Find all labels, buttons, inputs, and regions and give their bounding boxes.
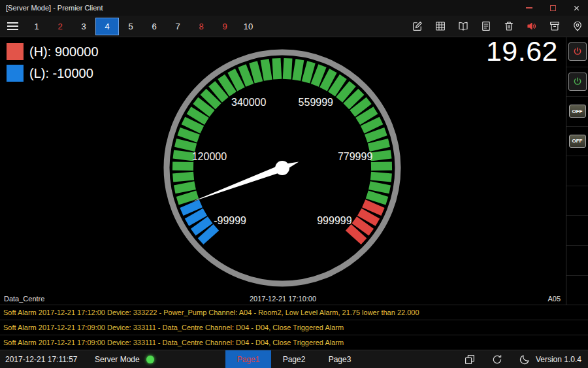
gauge-tick — [173, 154, 194, 157]
gauge-footer: Data_Centre 2017-12-21 17:10:00 A05 — [0, 293, 566, 305]
power-alarm-button[interactable] — [568, 42, 587, 61]
minimize-icon — [526, 7, 532, 8]
alarm-row[interactable]: Soft Alarm 2017-12-21 17:09:00 Device: 3… — [0, 320, 588, 335]
tab-5[interactable]: 5 — [119, 18, 142, 35]
gauge-tick — [183, 120, 202, 129]
gauge-tick-label: 340000 — [231, 97, 266, 108]
edit-icon[interactable] — [412, 20, 423, 32]
gauge-tick — [242, 66, 250, 86]
book-icon[interactable] — [457, 20, 469, 32]
high-limit-row: (H): 900000 — [7, 43, 99, 60]
device-name: Data_Centre — [4, 295, 44, 303]
gauge: -99999120000340000559999779999999999 — [152, 37, 413, 299]
app-window: [Server Mode] - Premier Client 1 2 3 4 5… — [0, 0, 588, 368]
gauge-tick — [276, 58, 278, 79]
current-value: 19.62 — [486, 35, 558, 67]
close-icon — [573, 5, 580, 12]
gauge-tick — [297, 59, 300, 80]
menu-button[interactable] — [0, 22, 25, 30]
gauge-tick — [366, 131, 385, 139]
gauge-tick-band — [172, 58, 392, 241]
gauge-tick — [178, 195, 198, 201]
gauge-tick — [182, 203, 201, 212]
alarm-row[interactable]: Soft Alarm 2017-12-21 17:12:00 Device: 3… — [0, 305, 588, 320]
tab-7[interactable]: 7 — [166, 18, 189, 35]
speaker-icon[interactable] — [526, 20, 538, 32]
side-panel-cell — [566, 276, 588, 305]
titlebar: [Server Mode] - Premier Client — [0, 0, 588, 16]
side-panel-cell: OFF — [566, 127, 588, 157]
side-panel-cell — [566, 37, 588, 67]
window-controls — [517, 0, 588, 16]
gauge-tick — [174, 186, 195, 190]
high-limit-label: (H): 900000 — [29, 44, 99, 59]
switch-2-off-button[interactable]: OFF — [569, 135, 586, 148]
tab-1[interactable]: 1 — [25, 18, 48, 35]
page-tab-2[interactable]: Page2 — [271, 350, 317, 368]
gauge-tick-label: -99999 — [214, 215, 246, 226]
toolbar: 1 2 3 4 5 6 7 8 9 10 — [0, 16, 588, 37]
sync-icon[interactable] — [491, 354, 503, 365]
close-button[interactable] — [564, 0, 588, 16]
server-mode-label: Server Mode — [95, 355, 140, 364]
status-timestamp: 2017-12-21 17:11:57 — [5, 355, 78, 364]
page-tab-3[interactable]: Page3 — [317, 350, 363, 368]
gauge-tick — [370, 176, 391, 178]
side-panel: OFF OFF — [566, 37, 588, 305]
gauge-tick — [287, 58, 288, 79]
gauge-tick — [371, 166, 392, 167]
note-icon[interactable] — [480, 20, 492, 32]
gauge-tick — [315, 66, 323, 86]
minimize-button[interactable] — [517, 0, 541, 16]
low-limit-swatch — [7, 65, 24, 82]
gauge-page: (H): 900000 (L): -10000 19.62 -999991200… — [0, 37, 566, 305]
page-tab-1[interactable]: Page1 — [225, 350, 271, 368]
gauge-tick — [369, 186, 389, 190]
channel-id: A05 — [547, 295, 561, 303]
page-tabs: Page1 Page2 Page3 — [225, 350, 363, 368]
gauge-tick — [173, 176, 194, 178]
gauge-hub — [275, 161, 289, 175]
tab-4[interactable]: 4 — [95, 18, 119, 35]
tab-2[interactable]: 2 — [48, 18, 72, 35]
maximize-icon — [550, 5, 556, 11]
gauge-tick — [363, 120, 382, 129]
side-panel-cell — [566, 67, 588, 97]
low-limit-label: (L): -10000 — [29, 66, 93, 81]
high-limit-swatch — [7, 43, 24, 60]
gauge-tick — [179, 131, 199, 139]
tab-9[interactable]: 9 — [213, 18, 237, 35]
tab-8[interactable]: 8 — [189, 18, 213, 35]
gauge-legend: (H): 900000 (L): -10000 — [7, 43, 99, 82]
gauge-tick-label: 120000 — [192, 151, 227, 162]
gauge-tick — [368, 142, 389, 147]
low-limit-row: (L): -10000 — [7, 65, 99, 82]
power-ok-button[interactable] — [568, 73, 587, 91]
connection-status-indicator — [146, 356, 154, 363]
switch-1-off-button[interactable]: OFF — [569, 105, 586, 118]
maximize-button[interactable] — [541, 0, 564, 16]
archive-icon[interactable] — [549, 20, 561, 32]
gauge-tick-label: 779999 — [338, 151, 372, 162]
power-red-icon — [572, 46, 583, 57]
table-icon[interactable] — [434, 20, 446, 32]
gauge-tick — [172, 166, 193, 167]
tab-6[interactable]: 6 — [142, 18, 166, 35]
layout-icon[interactable] — [464, 354, 476, 365]
statusbar: 2017-12-21 17:11:57 Server Mode Page1 Pa… — [0, 350, 588, 368]
location-icon[interactable] — [572, 20, 583, 32]
toolbar-icon-group — [412, 20, 588, 32]
side-panel-cell — [566, 156, 588, 186]
gauge-tick-label: 999999 — [317, 215, 351, 226]
gauge-tick — [176, 142, 196, 147]
side-panel-cell — [566, 186, 588, 216]
gauge-tick-label: 559999 — [299, 97, 333, 108]
moon-icon[interactable] — [519, 354, 531, 365]
trash-icon[interactable] — [503, 20, 515, 32]
gauge-tick — [265, 59, 268, 80]
version-label: Version 1.0.4 — [536, 355, 581, 364]
alarm-row[interactable]: Soft Alarm 2017-12-21 17:09:00 Device: 3… — [0, 335, 588, 350]
tab-10[interactable]: 10 — [237, 18, 260, 35]
tab-3[interactable]: 3 — [72, 18, 95, 35]
side-panel-cell — [566, 216, 588, 246]
